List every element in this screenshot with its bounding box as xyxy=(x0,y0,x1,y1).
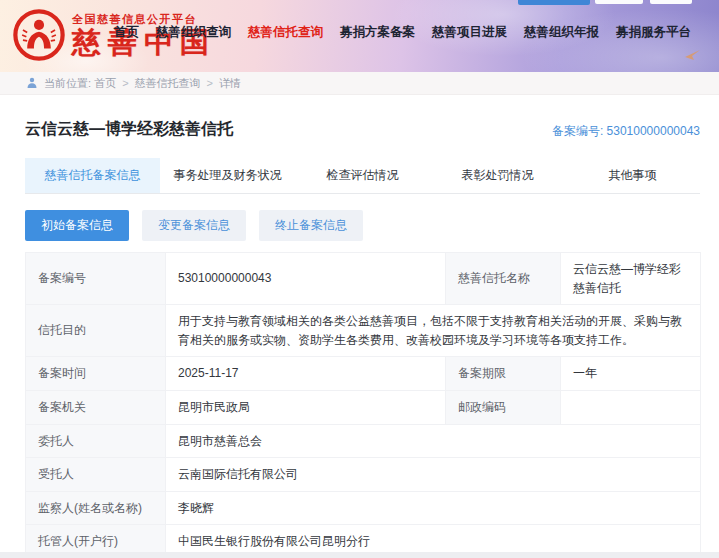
field-label: 备案期限 xyxy=(446,357,561,391)
field-label: 备案编号 xyxy=(26,253,166,305)
table-row: 监察人(姓名或名称) 李晓辉 xyxy=(26,491,701,525)
field-label: 备案时间 xyxy=(26,357,166,391)
tab-affairs-finance[interactable]: 事务处理及财务状况 xyxy=(160,158,295,193)
charity-emblem-icon xyxy=(12,8,66,62)
detail-tabs: 慈善信托备案信息 事务处理及财务状况 检查评估情况 表彰处罚情况 其他事项 xyxy=(25,158,700,194)
page-title: 云信云慈—博学经彩慈善信托 xyxy=(25,119,233,140)
tab-filing-info[interactable]: 慈善信托备案信息 xyxy=(25,158,160,193)
table-row: 委托人 昆明市慈善总会 xyxy=(26,424,701,458)
topbar-cutoff-button xyxy=(518,0,590,5)
filing-subtabs: 初始备案信息 变更备案信息 终止备案信息 xyxy=(25,210,700,241)
tab-commendation-punishment[interactable]: 表彰处罚情况 xyxy=(430,158,565,193)
field-value: 云信云慈—博学经彩慈善信托 xyxy=(561,253,701,305)
field-value xyxy=(561,390,701,424)
tab-inspection-evaluation[interactable]: 检查评估情况 xyxy=(295,158,430,193)
location-person-icon xyxy=(26,77,38,89)
nav-org-search[interactable]: 慈善组织查询 xyxy=(156,24,231,41)
breadcrumb-current: 详情 xyxy=(219,76,241,91)
table-row: 备案编号 53010000000043 慈善信托名称 云信云慈—博学经彩慈善信托 xyxy=(26,253,701,305)
field-value: 李晓辉 xyxy=(166,491,701,525)
topbar-cutoff-box-1 xyxy=(595,0,643,4)
breadcrumb-home[interactable]: 首页 xyxy=(94,76,116,91)
field-value: 一年 xyxy=(561,357,701,391)
nav-home[interactable]: 首页 xyxy=(114,24,139,41)
table-row: 备案时间 2025-11-17 备案期限 一年 xyxy=(26,357,701,391)
decorative-arrow-icon xyxy=(685,48,701,60)
field-label: 信托目的 xyxy=(26,305,166,357)
field-label: 受托人 xyxy=(26,458,166,492)
topbar-cutoff-box-2 xyxy=(650,0,692,4)
field-label: 监察人(姓名或名称) xyxy=(26,491,166,525)
field-label: 邮政编码 xyxy=(446,390,561,424)
field-value: 云南国际信托有限公司 xyxy=(166,458,701,492)
site-header: 全国慈善信息公开平台 慈善中国 首页 慈善组织查询 慈善信托查询 募捐方案备案 … xyxy=(0,0,719,72)
breadcrumb-separator: > xyxy=(207,77,213,89)
subtab-initial-filing[interactable]: 初始备案信息 xyxy=(25,210,129,241)
breadcrumb-prefix: 当前位置: xyxy=(44,76,91,91)
field-label: 备案机关 xyxy=(26,390,166,424)
field-label: 委托人 xyxy=(26,424,166,458)
table-row: 备案机关 昆明市民政局 邮政编码 xyxy=(26,390,701,424)
nav-project-progress[interactable]: 慈善项目进展 xyxy=(432,24,507,41)
subtab-change-filing[interactable]: 变更备案信息 xyxy=(142,210,246,241)
record-number-value: 53010000000043 xyxy=(607,124,700,138)
field-value: 53010000000043 xyxy=(166,253,446,305)
table-row: 受托人 云南国际信托有限公司 xyxy=(26,458,701,492)
table-row: 信托目的 用于支持与教育领域相关的各类公益慈善项目，包括不限于支持教育相关活动的… xyxy=(26,305,701,357)
subtab-termination-filing[interactable]: 终止备案信息 xyxy=(259,210,363,241)
main-nav: 首页 慈善组织查询 慈善信托查询 募捐方案备案 慈善项目进展 慈善组织年报 募捐… xyxy=(114,24,691,41)
nav-service-platform[interactable]: 募捐服务平台 xyxy=(616,24,691,41)
tab-other-matters[interactable]: 其他事项 xyxy=(565,158,700,193)
record-number: 备案编号: 53010000000043 xyxy=(552,123,700,140)
field-label: 慈善信托名称 xyxy=(446,253,561,305)
main-content: 云信云慈—博学经彩慈善信托 备案编号: 53010000000043 慈善信托备… xyxy=(0,119,719,558)
trust-detail-table: 备案编号 53010000000043 慈善信托名称 云信云慈—博学经彩慈善信托… xyxy=(25,252,701,558)
nav-trust-search[interactable]: 慈善信托查询 xyxy=(248,24,323,41)
breadcrumb: 当前位置: 首页 > 慈善信托查询 > 详情 xyxy=(0,72,719,95)
footer-strip xyxy=(0,552,719,558)
nav-fundraising-filing[interactable]: 募捐方案备案 xyxy=(340,24,415,41)
breadcrumb-trust-search[interactable]: 慈善信托查询 xyxy=(135,76,201,91)
nav-annual-report[interactable]: 慈善组织年报 xyxy=(524,24,599,41)
record-number-label: 备案编号: xyxy=(552,124,603,138)
field-value: 昆明市慈善总会 xyxy=(166,424,701,458)
field-value: 昆明市民政局 xyxy=(166,390,446,424)
field-value: 用于支持与教育领域相关的各类公益慈善项目，包括不限于支持教育相关活动的开展、采购… xyxy=(166,305,701,357)
breadcrumb-separator: > xyxy=(122,77,128,89)
field-value: 2025-11-17 xyxy=(166,357,446,391)
